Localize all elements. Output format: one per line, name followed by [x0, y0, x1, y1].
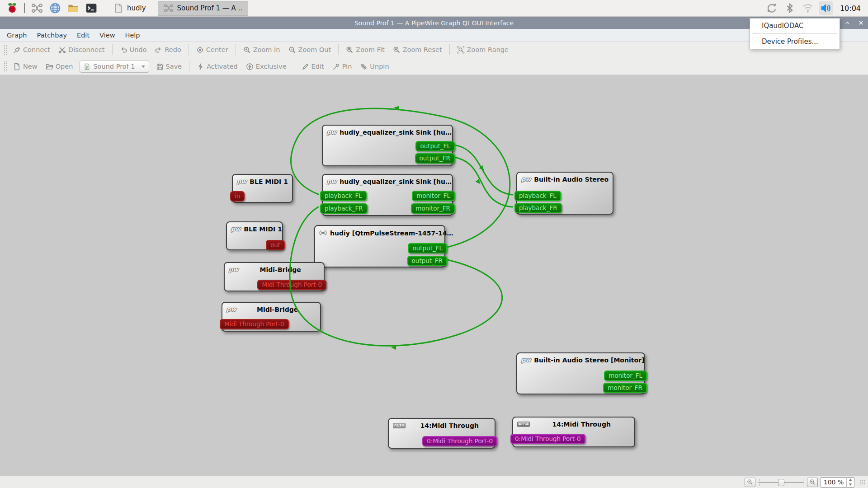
new-button[interactable]: New	[9, 61, 42, 73]
launcher-terminal[interactable]	[84, 1, 99, 15]
zoom-reset-icon	[393, 46, 401, 54]
zoom-slider-handle[interactable]	[778, 479, 784, 486]
port-output-fl[interactable]: output_FL	[415, 141, 455, 151]
toolbar-grip[interactable]	[4, 61, 7, 72]
port-0-midi-through-port-0[interactable]: 0:Midi Through Port-0	[510, 434, 585, 444]
pw-icon: pw	[231, 226, 241, 232]
port-playback-fr[interactable]: playback_FR	[320, 203, 368, 214]
popup-item-device-name[interactable]: IQaudIODAC	[750, 19, 840, 33]
node-title: ALSA14:Midi Through	[389, 419, 495, 429]
node-qtm-pulse-stream[interactable]: hudiy [QtmPulseStream-1457-14…output_FLo…	[314, 225, 445, 267]
spin-down-button[interactable]	[847, 482, 854, 487]
exclusive-button[interactable]: Exclusive	[242, 61, 291, 73]
node-title: pwBuilt-in Audio Stereo	[517, 173, 613, 183]
redo-button[interactable]: Redo	[151, 44, 185, 56]
popup-item-device-profiles[interactable]: Device Profiles...	[750, 34, 840, 49]
toolbar-separator	[189, 61, 189, 72]
clock[interactable]: 10:04	[837, 4, 863, 13]
tray-wifi[interactable]	[801, 1, 815, 15]
close-button[interactable]	[857, 19, 864, 27]
launcher-raspberry[interactable]	[5, 1, 20, 15]
zoom-in-button[interactable]	[807, 478, 818, 487]
port-playback-fl[interactable]: playback_FL	[514, 191, 561, 201]
node-midi-bridge-2[interactable]: pwMidi-BridgeMidi Through Port-0	[222, 302, 321, 332]
zoom-reset-button[interactable]: Zoom Reset	[389, 44, 446, 56]
port-monitor-fr[interactable]: monitor_FR	[603, 383, 647, 393]
document-icon	[113, 3, 123, 13]
resize-grip[interactable]	[860, 479, 865, 485]
save-button[interactable]: Save	[152, 61, 186, 73]
port-output-fl[interactable]: output_FL	[408, 243, 447, 253]
port-playback-fl[interactable]: playback_FL	[320, 191, 367, 201]
pw-icon: pw	[229, 267, 238, 273]
graph-canvas[interactable]: pwhudiy_equalizer_sink Sink [hu…output_F…	[0, 75, 868, 476]
zoom-in-button[interactable]: Zoom In	[239, 44, 284, 56]
patchbay-profile-combobox[interactable]: Sound Prof 1	[80, 61, 149, 73]
launcher-patchbay[interactable]	[29, 1, 45, 15]
port-monitor-fl[interactable]: monitor_FL	[412, 191, 455, 201]
profile-icon	[84, 63, 90, 70]
wifi-icon	[802, 3, 813, 14]
maximize-button[interactable]	[844, 19, 851, 27]
port-in[interactable]: in	[230, 191, 245, 202]
zoom-range-button[interactable]: Zoom Range	[453, 44, 513, 56]
zoom-out-icon	[288, 46, 296, 54]
undo-button[interactable]: Undo	[116, 44, 151, 56]
connect-button[interactable]: Connect	[9, 44, 54, 56]
disconnect-button[interactable]: Disconnect	[54, 44, 109, 56]
toolbar-button-label: Zoom Fit	[356, 46, 384, 53]
node-builtin-audio-monitor[interactable]: pwBuilt-in Audio Stereo [Monitor]monitor…	[516, 352, 645, 394]
port-out[interactable]: out	[266, 240, 285, 250]
node-midi-through-1[interactable]: ALSA14:Midi Through0:Midi Through Port-0	[388, 418, 495, 449]
pin-icon	[332, 63, 340, 70]
zoom-spinbox[interactable]: 100 %	[821, 477, 854, 488]
tray-bluetooth[interactable]	[783, 1, 797, 15]
node-title-text: BLE MIDI 1	[244, 225, 282, 233]
port-monitor-fl[interactable]: monitor_FL	[604, 371, 647, 381]
zoom-fit-button[interactable]: Zoom Fit	[342, 44, 388, 56]
node-midi-bridge-1[interactable]: pwMidi-BridgeMidi Through Port-0	[224, 262, 325, 291]
node-eq-sink-out[interactable]: pwhudiy_equalizer_sink Sink [hu…output_F…	[322, 125, 453, 166]
port-midi-through-port-0[interactable]: Midi Through Port-0	[220, 319, 289, 329]
tray-volume[interactable]	[819, 1, 833, 15]
menu-graph[interactable]: Graph	[2, 30, 32, 40]
port-midi-through-port-0[interactable]: Midi Through Port-0	[257, 280, 326, 290]
task-button[interactable]: hudiy	[108, 1, 151, 16]
tray-sync[interactable]	[765, 1, 778, 15]
launcher-globe[interactable]	[47, 1, 63, 15]
toolbar-grip[interactable]	[4, 44, 7, 55]
launcher-folder[interactable]	[66, 1, 81, 15]
pw-icon: pw	[226, 306, 236, 313]
pin-button[interactable]: Pin	[328, 61, 356, 73]
node-ble-midi-in[interactable]: pwBLE MIDI 1in	[232, 174, 293, 203]
zoom-out-button[interactable]: Zoom Out	[284, 44, 335, 56]
edit-button[interactable]: Edit	[297, 61, 328, 73]
spin-up-button[interactable]	[847, 477, 854, 482]
menu-edit[interactable]: Edit	[72, 30, 94, 40]
node-ble-midi-out[interactable]: pwBLE MIDI 1out	[226, 221, 283, 250]
open-button[interactable]: Open	[42, 61, 77, 73]
task-button[interactable]: Sound Prof 1 — A ..	[158, 1, 249, 16]
alsa-icon: ALSA	[517, 422, 530, 427]
zoom-slider[interactable]	[758, 478, 804, 487]
menu-help[interactable]: Help	[120, 30, 145, 40]
node-eq-sink-inout[interactable]: pwhudiy_equalizer_sink Sink [hu…playback…	[322, 174, 453, 216]
menu-patchbay[interactable]: Patchbay	[32, 30, 72, 40]
port-output-fr[interactable]: output_FR	[407, 256, 447, 266]
unpin-button[interactable]: Unpin	[356, 61, 393, 73]
center-button[interactable]: Center	[192, 44, 232, 56]
port-monitor-fr[interactable]: monitor_FR	[411, 203, 455, 214]
activated-icon	[197, 63, 204, 70]
menu-view[interactable]: View	[94, 30, 120, 40]
activated-button[interactable]: Activated	[193, 61, 242, 73]
port-output-fr[interactable]: output_FR	[415, 153, 455, 164]
window-titlebar[interactable]: Sound Prof 1 — A PipeWire Graph Qt GUI I…	[0, 17, 868, 29]
zoom-out-button[interactable]	[745, 478, 755, 487]
port-0-midi-through-port-0[interactable]: 0:Midi Through Port-0	[422, 436, 497, 446]
node-builtin-audio[interactable]: pwBuilt-in Audio Stereoplayback_FLplayba…	[516, 172, 613, 215]
node-title-text: Midi-Bridge	[241, 266, 319, 273]
menubar: GraphPatchbayEditViewHelp	[0, 29, 868, 42]
port-playback-fr[interactable]: playback_FR	[514, 203, 562, 213]
node-midi-through-2[interactable]: ALSA14:Midi Through0:Midi Through Port-0	[512, 417, 635, 447]
toolbar-button-label: Activated	[207, 63, 238, 70]
